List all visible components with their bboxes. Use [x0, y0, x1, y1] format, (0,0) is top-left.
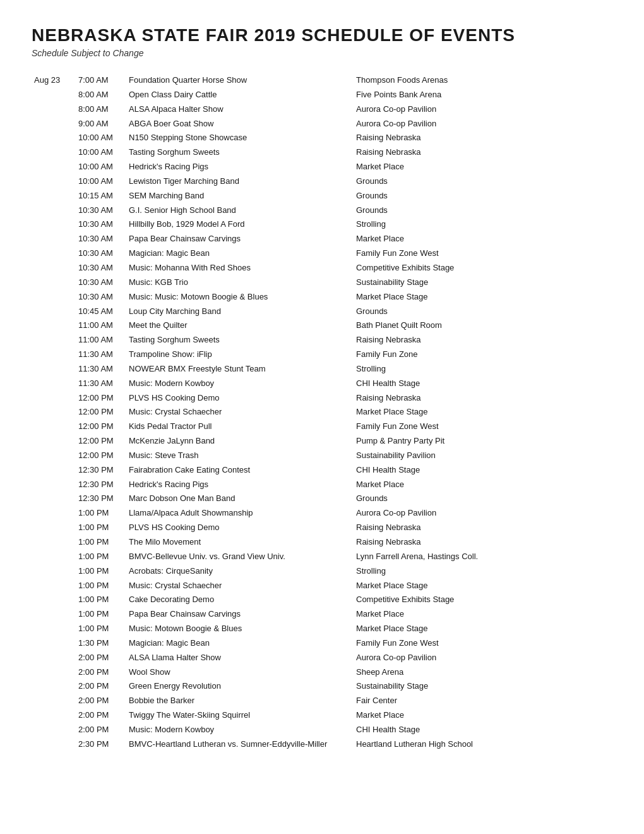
event-time: 1:00 PM [76, 521, 126, 535]
event-time: 2:00 PM [76, 708, 126, 723]
event-venue: Raising Nebraska [354, 333, 612, 348]
event-time: 1:00 PM [76, 579, 126, 593]
table-row: 10:30 AM Music: Music: Motown Boogie & B… [32, 290, 612, 305]
event-time: 7:00 AM [76, 73, 126, 88]
event-venue: CHI Health Stage [354, 463, 612, 478]
event-name: NOWEAR BMX Freestyle Stunt Team [126, 362, 354, 377]
event-time: 12:30 PM [76, 492, 126, 506]
event-venue: Sustainability Stage [354, 275, 612, 290]
event-venue: Raising Nebraska [354, 131, 612, 145]
event-venue: Market Place [354, 160, 612, 174]
event-name: The Milo Movement [126, 535, 354, 550]
event-time: 11:00 AM [76, 333, 126, 348]
event-venue: Grounds [354, 492, 612, 506]
event-venue: Strolling [354, 217, 612, 232]
event-date [32, 593, 76, 607]
page-subtitle: Schedule Subject to Change [32, 48, 612, 58]
table-row: 10:00 AM N150 Stepping Stone Showcase Ra… [32, 131, 612, 145]
event-name: Music: Mohanna With Red Shoes [126, 261, 354, 275]
table-row: 11:00 AM Meet the Quilter Bath Planet Qu… [32, 318, 612, 333]
event-time: 11:00 AM [76, 318, 126, 333]
event-name: Acrobats: CirqueSanity [126, 564, 354, 579]
event-time: 10:30 AM [76, 203, 126, 218]
event-time: 1:00 PM [76, 506, 126, 521]
event-name: Lewiston Tiger Marching Band [126, 174, 354, 189]
event-date [32, 174, 76, 189]
event-venue: Family Fun Zone West [354, 246, 612, 261]
event-name: Open Class Dairy Cattle [126, 88, 354, 102]
event-name: SEM Marching Band [126, 189, 354, 203]
event-date [32, 275, 76, 290]
table-row: 1:30 PM Magician: Magic Bean Family Fun … [32, 636, 612, 651]
event-time: 2:00 PM [76, 665, 126, 680]
event-name: Green Energy Revolution [126, 679, 354, 694]
table-row: 1:00 PM PLVS HS Cooking Demo Raising Neb… [32, 521, 612, 535]
event-date [32, 391, 76, 406]
event-name: Magician: Magic Bean [126, 246, 354, 261]
table-row: 8:00 AM ALSA Alpaca Halter Show Aurora C… [32, 102, 612, 117]
event-date [32, 550, 76, 564]
page-title: Nebraska State Fair 2019 Schedule of Eve… [32, 25, 612, 45]
schedule-table: Aug 23 7:00 AM Foundation Quarter Horse … [32, 73, 612, 752]
event-date [32, 679, 76, 694]
event-name: PLVS HS Cooking Demo [126, 521, 354, 535]
event-venue: Strolling [354, 362, 612, 377]
table-row: 1:00 PM Llama/Alpaca Adult Showmanship A… [32, 506, 612, 521]
event-venue: Heartland Lutheran High School [354, 737, 612, 752]
table-row: 10:30 AM Hillbilly Bob, 1929 Model A For… [32, 217, 612, 232]
event-name: Meet the Quilter [126, 318, 354, 333]
event-name: Loup City Marching Band [126, 305, 354, 319]
event-name: BMVC-Heartland Lutheran vs. Sumner-Eddyv… [126, 737, 354, 752]
table-row: 2:00 PM Green Energy Revolution Sustaina… [32, 679, 612, 694]
event-date [32, 492, 76, 506]
event-time: 12:00 PM [76, 434, 126, 449]
table-row: 1:00 PM Music: Motown Boogie & Blues Mar… [32, 622, 612, 636]
event-venue: Aurora Co-op Pavilion [354, 102, 612, 117]
event-date [32, 636, 76, 651]
event-name: Music: Crystal Schaecher [126, 579, 354, 593]
event-name: ABGA Boer Goat Show [126, 117, 354, 131]
event-time: 12:30 PM [76, 478, 126, 492]
event-date [32, 708, 76, 723]
event-date [32, 449, 76, 463]
event-venue: Raising Nebraska [354, 145, 612, 160]
event-venue: Sheep Arena [354, 665, 612, 680]
event-venue: Market Place Stage [354, 290, 612, 305]
event-name: Kids Pedal Tractor Pull [126, 420, 354, 434]
table-row: 8:00 AM Open Class Dairy Cattle Five Poi… [32, 88, 612, 102]
table-row: 1:00 PM Papa Bear Chainsaw Carvings Mark… [32, 607, 612, 622]
table-row: 1:00 PM BMVC-Bellevue Univ. vs. Grand Vi… [32, 550, 612, 564]
table-row: 11:30 AM Trampoline Show: iFlip Family F… [32, 348, 612, 362]
event-name: Music: Modern Kowboy [126, 723, 354, 737]
event-venue: Competitive Exhibits Stage [354, 593, 612, 607]
event-date [32, 102, 76, 117]
event-time: 8:00 AM [76, 88, 126, 102]
event-date [32, 246, 76, 261]
event-date [32, 189, 76, 203]
event-venue: Family Fun Zone West [354, 420, 612, 434]
event-date [32, 131, 76, 145]
event-date [32, 232, 76, 246]
table-row: 12:30 PM Hedrick's Racing Pigs Market Pl… [32, 478, 612, 492]
event-venue: Sustainability Pavilion [354, 449, 612, 463]
event-venue: Raising Nebraska [354, 535, 612, 550]
table-row: 10:00 AM Lewiston Tiger Marching Band Gr… [32, 174, 612, 189]
event-date [32, 203, 76, 218]
table-row: 10:30 AM Magician: Magic Bean Family Fun… [32, 246, 612, 261]
table-row: 10:30 AM G.I. Senior High School Band Gr… [32, 203, 612, 218]
event-date [32, 145, 76, 160]
event-name: Marc Dobson One Man Band [126, 492, 354, 506]
event-time: 2:00 PM [76, 723, 126, 737]
event-venue: Bath Planet Quilt Room [354, 318, 612, 333]
event-name: Hedrick's Racing Pigs [126, 478, 354, 492]
event-date [32, 420, 76, 434]
event-date: Aug 23 [32, 73, 76, 88]
event-name: Music: Steve Trash [126, 449, 354, 463]
event-date [32, 694, 76, 708]
event-time: 1:00 PM [76, 535, 126, 550]
event-venue: Grounds [354, 189, 612, 203]
event-date [32, 535, 76, 550]
event-venue: Market Place [354, 708, 612, 723]
event-venue: Competitive Exhibits Stage [354, 261, 612, 275]
event-name: Fairabration Cake Eating Contest [126, 463, 354, 478]
